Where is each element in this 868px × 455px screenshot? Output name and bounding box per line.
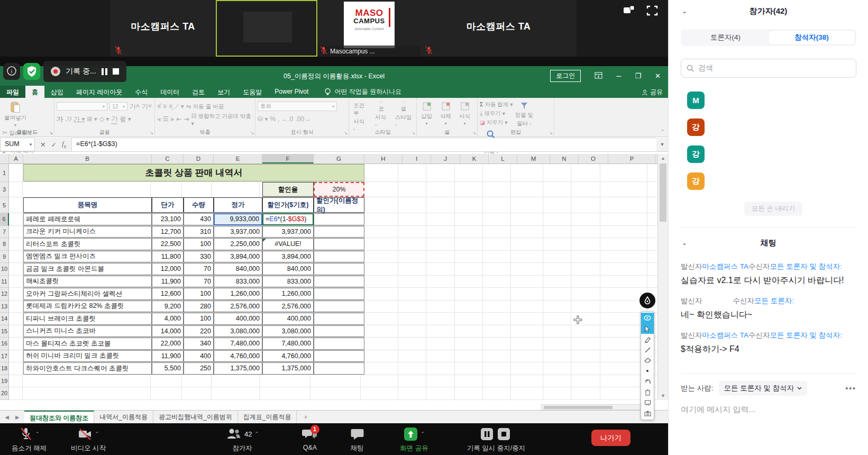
chat-message-input[interactable] (681, 405, 856, 414)
item-name-cell[interactable]: 하와이안호스트 다크스퀘어 초콜릿 (23, 362, 152, 375)
quantity-cell[interactable]: 250 (184, 362, 214, 375)
row-header-20[interactable]: 20 (0, 387, 9, 400)
decrease-decimal-button[interactable]: .00→ (295, 115, 310, 123)
name-box-dropdown-icon[interactable]: ▼ (29, 142, 33, 147)
row-header-7[interactable]: 7 (0, 226, 9, 239)
participants-button[interactable]: 42⌃참가자 (205, 427, 279, 453)
quantity-cell[interactable]: 100 (184, 313, 214, 325)
quantity-cell[interactable]: 340 (184, 338, 214, 350)
sort-filter-button[interactable]: 정렬 및필터 - (513, 100, 535, 129)
video-button[interactable]: ⌃비디오 시작 (51, 427, 125, 453)
dialog-launcher-icon[interactable]: ↘ (150, 131, 153, 135)
sheet-tab-active[interactable]: 절대참조와 이름참조 (24, 411, 94, 423)
unit-price-cell[interactable]: 5,500 (152, 362, 184, 375)
item-name-cell[interactable]: 해씨초콜릿 (23, 276, 152, 288)
quantity-cell[interactable]: 400 (184, 350, 214, 362)
column-header-K[interactable]: K (460, 154, 489, 163)
format-as-table-button[interactable]: 표서식 - (373, 100, 390, 129)
dialog-launcher-icon[interactable]: ↘ (49, 131, 53, 135)
grow-font-button[interactable]: 가˄ (130, 102, 140, 111)
item-name-cell[interactable]: 오아커 그랑파스티체리아 셀렉션 (23, 288, 152, 300)
share-button[interactable]: 공유 (642, 88, 663, 97)
close-button[interactable]: ✕ (655, 72, 661, 80)
align-top-button[interactable]: ≡̄ (157, 103, 161, 110)
pen-tool-icon[interactable] (641, 344, 654, 355)
whiteboard-tool-icon[interactable] (641, 397, 654, 408)
regular-price-cell[interactable]: 9,933,000 (214, 213, 262, 225)
new-sheet-button[interactable]: ＋ (297, 411, 314, 423)
recipient-selector[interactable]: 모든 토론자 및 참석자 (719, 381, 808, 396)
column-header-A[interactable]: A (9, 154, 23, 163)
column-headers[interactable]: ABCDEFGHIJKLMNOP (0, 154, 657, 164)
fill-color-button[interactable]: ◇ ▾ (99, 115, 109, 123)
ribbon-options-icon[interactable] (595, 72, 602, 80)
comma-button[interactable]: , (278, 115, 279, 123)
eye-tool-icon[interactable] (641, 313, 654, 323)
increase-decimal-button[interactable]: ←.0 (281, 115, 293, 123)
unit-price-cell[interactable]: 11,900 (152, 350, 184, 362)
clear-button[interactable]: ◪ 지우기 ▾ (480, 118, 513, 127)
camera-tool-icon[interactable] (641, 408, 654, 418)
trash-tool-icon[interactable] (641, 387, 654, 397)
table-header-2[interactable]: 수량 (184, 197, 214, 213)
orientation-button[interactable]: ⟋ ▾ (175, 103, 184, 110)
item-name-cell[interactable]: 페레로 페레로로쉐 (23, 213, 152, 225)
number-format-select[interactable]: 통화 ▾ (258, 102, 337, 111)
regular-price-cell[interactable]: 2,576,000 (214, 301, 262, 313)
name-defined-cell[interactable] (314, 226, 364, 238)
regular-price-cell[interactable]: 400,000 (214, 313, 262, 325)
tab-panelists[interactable]: 토론자(4) (682, 31, 769, 44)
decrease-indent-button[interactable]: ⇤ (176, 115, 181, 123)
name-defined-cell[interactable] (314, 263, 364, 275)
item-name-cell[interactable]: 스니커즈 미니스 초코바 (23, 325, 152, 338)
chat-more-icon[interactable]: ••• (845, 384, 856, 393)
table-header-4[interactable]: 할인가($기호) (262, 197, 314, 213)
select-all-corner[interactable] (0, 154, 9, 163)
unit-price-cell[interactable]: 12,700 (152, 226, 184, 238)
dialog-launcher-icon[interactable]: ↘ (412, 131, 415, 135)
column-header-H[interactable]: H (364, 154, 403, 163)
row-header-5[interactable]: 5 (0, 197, 9, 213)
quantity-cell[interactable]: 220 (184, 325, 214, 338)
spreadsheet-grid[interactable]: 초콜릿 상품 판매 내역서할인율20%품목명단가수량정가할인가($기호)할인가(… (9, 164, 657, 400)
quantity-cell[interactable]: 330 (184, 251, 214, 263)
autosum-button[interactable]: Σ 자동 합계 ▾ (480, 100, 513, 109)
name-defined-cell[interactable] (314, 325, 364, 338)
discount-price-cell[interactable]: 4,760,000 (262, 350, 314, 362)
fullscreen-icon[interactable] (646, 5, 658, 15)
eraser-tool-icon[interactable] (641, 355, 654, 366)
table-header-0[interactable]: 품목명 (23, 197, 152, 213)
tell-me-box[interactable]: 어떤 작업을 원하시나요 (324, 86, 401, 98)
discount-price-cell[interactable]: 2,576,000 (262, 301, 314, 313)
column-header-E[interactable]: E (214, 154, 262, 163)
column-header-F[interactable]: F (262, 154, 314, 163)
quantity-cell[interactable]: 70 (184, 276, 214, 288)
column-header-G[interactable]: G (314, 154, 364, 163)
row-header-18[interactable]: 18 (0, 362, 9, 375)
item-name-cell[interactable]: 마스 몰티져스 초코렛 초코볼 (23, 338, 152, 350)
row-header-6[interactable]: 6 (0, 213, 9, 226)
gallery-view-icon[interactable] (623, 5, 635, 15)
name-defined-cell[interactable] (314, 301, 364, 313)
horizontal-scroll-thumb[interactable] (544, 406, 613, 409)
unit-price-cell[interactable]: 23,100 (152, 213, 184, 225)
name-box[interactable]: SUM ▼ (0, 138, 35, 151)
column-header-J[interactable]: J (431, 154, 460, 163)
item-name-cell[interactable]: 롯데제과 드림카카오 82% 초콜릿 (23, 301, 152, 313)
unit-price-cell[interactable]: 12,000 (152, 263, 184, 275)
dialog-launcher-icon[interactable]: ↘ (549, 131, 553, 135)
column-header-O[interactable]: O (579, 154, 608, 163)
ribbon-tab-Power Pivot[interactable]: Power Pivot (268, 86, 315, 98)
discount-price-cell[interactable]: 3,894,000 (262, 251, 314, 263)
column-header-N[interactable]: N (550, 154, 579, 163)
horizontal-scrollbar[interactable] (541, 404, 647, 410)
discount-price-cell[interactable]: 840,000 (262, 263, 314, 275)
name-defined-cell[interactable] (314, 288, 364, 300)
font-color-button[interactable]: 가 (111, 114, 117, 124)
dialog-launcher-icon[interactable]: ↘ (344, 131, 348, 135)
cursor-tool-icon[interactable] (641, 323, 654, 334)
collapse-ribbon-icon[interactable]: ⌃ (661, 129, 665, 134)
quantity-cell[interactable]: 310 (184, 226, 214, 238)
dialog-launcher-icon[interactable]: ↘ (250, 131, 254, 135)
unit-price-cell[interactable]: 11,900 (152, 276, 184, 288)
